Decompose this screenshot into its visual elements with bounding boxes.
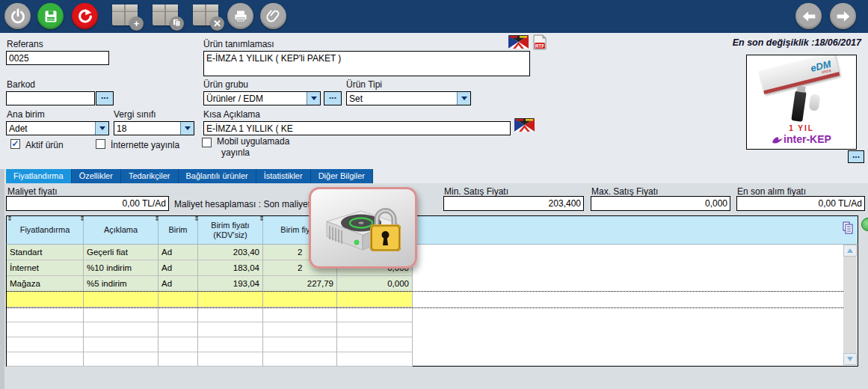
min-satis-label: Min. Satış Fiyatı — [444, 186, 508, 197]
rtf-document-icon[interactable]: RTF — [533, 34, 547, 50]
save-icon — [43, 9, 58, 24]
edm-logo-sub: imza — [821, 68, 831, 75]
arrow-right-icon — [836, 9, 851, 24]
dropdown-button[interactable] — [457, 92, 470, 105]
license-lock-overlay — [309, 187, 417, 269]
kisa-aciklama-label: Kısa Açıklama — [203, 109, 260, 120]
internette-yayinla-checkbox[interactable] — [96, 139, 105, 149]
tab-baglantili-urunler[interactable]: Bağlantılı ürünler — [179, 169, 256, 183]
plus-badge-icon: + — [129, 16, 144, 31]
max-satis-input[interactable]: 0,000 — [591, 196, 730, 211]
empty-row[interactable] — [7, 352, 858, 367]
toolbar: + ✕ — [0, 0, 868, 33]
triangle-up-icon — [847, 248, 853, 253]
price-table-header: Fiyatlandırma Açıklama Birim Birim fiyat… — [6, 215, 858, 244]
urun-tanimlamasi-label: Ürün tanımlaması — [203, 39, 274, 49]
undo-icon — [77, 8, 93, 25]
chevron-down-icon — [461, 97, 467, 100]
barkod-input[interactable] — [6, 91, 95, 105]
urun-grubu-lookup-button[interactable]: ... — [324, 91, 342, 105]
scroll-down-button[interactable] — [843, 353, 857, 365]
print-button[interactable] — [227, 3, 253, 29]
column-resize-icon[interactable] — [7, 215, 13, 222]
empty-row[interactable] — [7, 322, 858, 337]
aktif-urun-checkbox[interactable]: ✓ — [10, 139, 20, 149]
image-lookup-button[interactable]: ... — [848, 150, 864, 163]
back-button[interactable] — [795, 3, 822, 29]
table-row[interactable]: Mağaza%5 indirim Ad193,04 227,790,000 — [7, 276, 858, 292]
min-satis-input[interactable]: 203,400 — [443, 196, 584, 211]
empty-row[interactable] — [7, 337, 858, 352]
price-table-body: StandartGeçerli fiat Ad203,40 2 İnternet… — [6, 244, 858, 367]
mobil-yayinla-checkbox[interactable] — [202, 138, 212, 147]
ana-birim-dropdown[interactable]: Adet — [6, 121, 109, 135]
urun-grubu-dropdown[interactable]: Ürünler / EDM — [203, 91, 321, 105]
max-satis-label: Max. Satış Fiyatı — [591, 186, 658, 197]
barkod-lookup-button[interactable]: ... — [96, 91, 114, 105]
svg-text:RTF: RTF — [535, 43, 545, 49]
tab-diger-bilgiler[interactable]: Diğer Bilgiler — [311, 169, 373, 183]
urun-tipi-label: Ürün Tipi — [346, 79, 382, 90]
dropdown-button[interactable] — [95, 122, 108, 135]
copy-grid-icon[interactable] — [843, 221, 853, 234]
attachment-button[interactable] — [260, 3, 286, 29]
maliyet-hesaplamasi-text: Maliyet hesaplaması : Son maliyet — [174, 199, 310, 209]
header-fiyatlandirma[interactable]: Fiyatlandırma — [7, 216, 84, 244]
tab-fiyatlandirma[interactable]: Fiyatlandırma — [6, 169, 72, 183]
product-copy-button[interactable] — [153, 4, 181, 28]
empty-row[interactable] — [7, 307, 858, 322]
usb-cap-graphic — [809, 94, 821, 111]
column-resize-icon[interactable] — [79, 215, 85, 222]
header-aciklama[interactable]: Açıklama — [84, 216, 158, 244]
column-resize-icon[interactable] — [259, 215, 265, 222]
last-change-text: En son değişiklik :18/06/2017 — [658, 37, 861, 48]
product-photo: eDM imza 1 YIL inter-KEP — [746, 55, 857, 150]
disk-lock-icon — [318, 193, 409, 263]
column-resize-icon[interactable] — [154, 215, 160, 222]
scroll-up-button[interactable] — [843, 245, 857, 257]
vergi-sinifi-dropdown[interactable]: 18 — [114, 121, 194, 135]
undo-button[interactable] — [72, 3, 98, 29]
interkep-brand: inter-KEP — [747, 133, 856, 145]
urun-tanimlamasi-input[interactable]: E-İMZA 1 YILLIK ( KEP'li PAKET ) — [203, 51, 530, 76]
aktif-urun-label: Aktif ürün — [25, 140, 64, 150]
table-row[interactable]: StandartGeçerli fiat Ad203,40 2 — [7, 245, 858, 260]
kisa-aciklama-input[interactable]: E-İMZA 1 YILLIK ( KE — [203, 121, 511, 135]
chevron-down-icon — [185, 126, 191, 130]
new-entry-row[interactable] — [7, 292, 858, 307]
en-son-alim-input[interactable]: 0,00 TL/Ad — [736, 196, 865, 211]
bird-icon — [772, 135, 784, 144]
usb-stick-graphic — [791, 91, 806, 122]
save-button[interactable] — [37, 3, 64, 29]
product-caption: 1 YIL — [747, 124, 856, 132]
maliyet-fiyati-label: Maliyet fiyatı — [7, 186, 58, 197]
product-add-button[interactable]: + — [112, 4, 141, 28]
forward-button[interactable] — [830, 3, 856, 29]
tab-tedarikciler[interactable]: Tedarikçiler — [121, 169, 179, 183]
tab-ozellikler[interactable]: Özellikler — [72, 169, 121, 183]
chevron-down-icon — [311, 97, 317, 100]
dropdown-button[interactable] — [180, 122, 194, 135]
copy-badge-icon — [170, 16, 184, 31]
triangle-down-icon — [847, 357, 853, 361]
table-scrollbar[interactable] — [843, 245, 857, 365]
header-birim[interactable]: Birim — [158, 216, 198, 244]
ana-birim-label: Ana birim — [7, 109, 45, 120]
product-delete-button[interactable]: ✕ — [193, 4, 221, 28]
urun-tipi-dropdown[interactable]: Set — [346, 91, 471, 105]
referans-input[interactable]: 0025 — [6, 51, 109, 65]
dropdown-button[interactable] — [307, 92, 320, 105]
translation-flags-icon[interactable] — [508, 35, 529, 49]
translation-flags-icon[interactable] — [514, 118, 535, 132]
tab-istatistikler[interactable]: İstatistikler — [256, 169, 311, 183]
maliyet-fiyati-input[interactable]: 0,00 TL/Ad — [6, 196, 169, 211]
x-badge-icon: ✕ — [210, 16, 224, 31]
en-son-alim-label: En son alım fiyatı — [737, 186, 806, 197]
left-edge-strip — [0, 169, 4, 389]
power-icon — [10, 8, 26, 25]
table-row[interactable]: İnternet%10 indirim Ad183,04 20,000 — [7, 260, 858, 276]
chevron-down-icon — [99, 126, 105, 130]
exit-button[interactable] — [4, 3, 31, 29]
header-birim-fiyati-kdvsiz[interactable]: Birim fiyatı(KDV'siz) — [198, 216, 263, 244]
column-resize-icon[interactable] — [194, 215, 200, 222]
